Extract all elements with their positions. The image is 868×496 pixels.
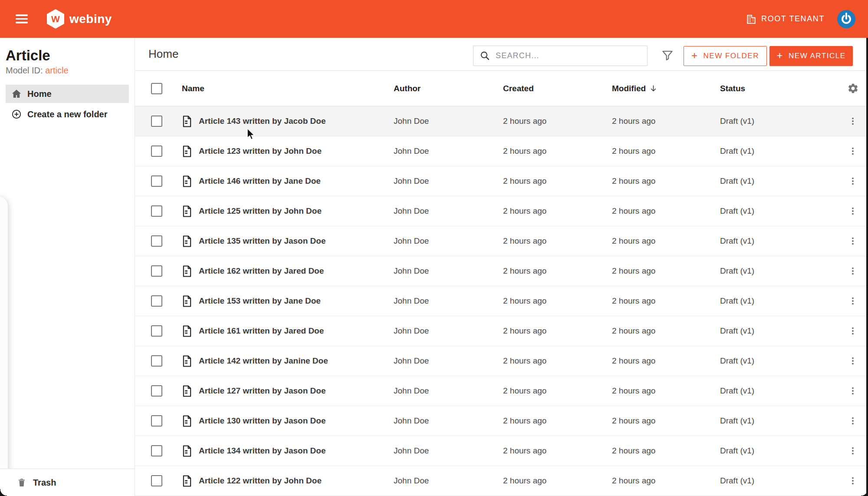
column-header-author[interactable]: Author xyxy=(394,84,503,93)
kebab-menu-icon[interactable] xyxy=(845,264,860,278)
document-icon xyxy=(182,265,192,277)
row-checkbox[interactable] xyxy=(151,385,162,397)
row-checkbox[interactable] xyxy=(151,475,162,486)
document-icon xyxy=(182,145,192,157)
user-avatar[interactable] xyxy=(837,10,856,29)
article-title[interactable]: Article 162 written by Jared Doe xyxy=(199,266,324,276)
kebab-menu-icon[interactable] xyxy=(845,354,860,368)
table-row[interactable]: Article 161 written by Jared Doe John Do… xyxy=(135,316,868,346)
kebab-menu-icon[interactable] xyxy=(845,413,860,428)
row-checkbox[interactable] xyxy=(151,205,162,217)
gear-icon[interactable] xyxy=(845,81,860,96)
article-title[interactable]: Article 127 written by Jason Doe xyxy=(199,386,326,396)
kebab-menu-icon[interactable] xyxy=(845,443,860,458)
article-title[interactable]: Article 135 written by Jason Doe xyxy=(199,236,326,246)
content-area: Home + NEW FOLDER + xyxy=(135,38,868,496)
column-header-name[interactable]: Name xyxy=(182,84,394,93)
article-title[interactable]: Article 130 written by Jason Doe xyxy=(199,416,326,426)
row-checkbox[interactable] xyxy=(151,116,162,127)
document-icon xyxy=(182,415,192,427)
author-cell: John Doe xyxy=(394,146,503,156)
modified-cell: 2 hours ago xyxy=(612,116,720,126)
modified-cell: 2 hours ago xyxy=(612,146,720,156)
document-icon xyxy=(182,235,192,247)
status-badge: Draft (v1) xyxy=(720,296,845,306)
article-title[interactable]: Article 122 written by John Doe xyxy=(199,476,322,486)
table-header: Name Author Created Modified Status xyxy=(135,71,868,106)
table-row[interactable]: Article 162 written by Jared Doe John Do… xyxy=(135,256,868,286)
model-title: Article xyxy=(6,47,135,64)
table-row[interactable]: Article 123 written by John Doe John Doe… xyxy=(135,136,868,166)
row-checkbox[interactable] xyxy=(151,295,162,307)
kebab-menu-icon[interactable] xyxy=(845,144,860,159)
tenant-selector[interactable]: ROOT TENANT xyxy=(746,13,825,25)
modified-cell: 2 hours ago xyxy=(612,266,720,276)
new-folder-button[interactable]: + NEW FOLDER xyxy=(684,46,767,66)
kebab-menu-icon[interactable] xyxy=(845,234,860,248)
sidebar-item-label: Home xyxy=(27,89,52,99)
kebab-menu-icon[interactable] xyxy=(845,174,860,188)
sidebar-item-trash[interactable]: Trash xyxy=(0,469,135,496)
article-title[interactable]: Article 142 written by Janine Doe xyxy=(199,356,328,366)
status-badge: Draft (v1) xyxy=(720,206,845,216)
table-row[interactable]: Article 127 written by Jason Doe John Do… xyxy=(135,376,868,406)
table-row[interactable]: Article 142 written by Janine Doe John D… xyxy=(135,346,868,376)
drawer-shadow xyxy=(0,196,8,481)
column-header-created[interactable]: Created xyxy=(503,84,612,93)
toolbar: Home + NEW FOLDER + xyxy=(135,38,868,71)
hamburger-menu-icon[interactable] xyxy=(16,12,28,26)
modified-cell: 2 hours ago xyxy=(612,446,720,456)
tenant-label: ROOT TENANT xyxy=(761,14,825,23)
filter-icon[interactable] xyxy=(659,47,676,64)
table-row[interactable]: Article 122 written by John Doe John Doe… xyxy=(135,466,868,496)
article-title[interactable]: Article 125 written by John Doe xyxy=(199,206,322,216)
table-row[interactable]: Article 130 written by Jason Doe John Do… xyxy=(135,406,868,436)
row-checkbox[interactable] xyxy=(151,415,162,427)
modified-cell: 2 hours ago xyxy=(612,356,720,366)
table-row[interactable]: Article 134 written by Jason Doe John Do… xyxy=(135,436,868,466)
kebab-menu-icon[interactable] xyxy=(845,473,860,488)
article-title[interactable]: Article 143 written by Jacob Doe xyxy=(199,116,326,126)
document-icon xyxy=(182,355,192,367)
row-checkbox[interactable] xyxy=(151,445,162,456)
kebab-menu-icon[interactable] xyxy=(845,324,860,338)
model-id-value[interactable]: article xyxy=(45,66,68,75)
column-header-status[interactable]: Status xyxy=(720,84,845,93)
model-id: Model ID: article xyxy=(6,66,135,76)
article-title[interactable]: Article 123 written by John Doe xyxy=(199,146,322,156)
table-row[interactable]: Article 153 written by Jane Doe John Doe… xyxy=(135,286,868,316)
article-title[interactable]: Article 146 written by Jane Doe xyxy=(199,176,321,186)
row-checkbox[interactable] xyxy=(151,235,162,247)
row-checkbox[interactable] xyxy=(151,175,162,187)
modified-cell: 2 hours ago xyxy=(612,176,720,186)
article-title[interactable]: Article 153 written by Jane Doe xyxy=(199,296,321,306)
status-badge: Draft (v1) xyxy=(720,176,845,186)
scrollbar[interactable] xyxy=(866,38,868,496)
created-cell: 2 hours ago xyxy=(503,236,612,246)
table-row[interactable]: Article 135 written by Jason Doe John Do… xyxy=(135,226,868,256)
search-input[interactable] xyxy=(496,46,647,66)
table-row[interactable]: Article 146 written by Jane Doe John Doe… xyxy=(135,166,868,196)
row-checkbox[interactable] xyxy=(151,355,162,367)
row-checkbox[interactable] xyxy=(151,325,162,337)
row-checkbox[interactable] xyxy=(151,265,162,277)
row-checkbox[interactable] xyxy=(151,145,162,157)
plus-circle-icon xyxy=(11,109,22,119)
new-article-button[interactable]: + NEW ARTICLE xyxy=(769,46,853,66)
table-row[interactable]: Article 125 written by John Doe John Doe… xyxy=(135,196,868,226)
sidebar-item-home[interactable]: Home xyxy=(6,85,129,103)
webiny-logo[interactable]: W webiny xyxy=(47,9,112,29)
column-header-modified[interactable]: Modified xyxy=(612,84,720,93)
table-body: Article 143 written by Jacob Doe John Do… xyxy=(135,106,868,496)
kebab-menu-icon[interactable] xyxy=(845,384,860,398)
article-title[interactable]: Article 161 written by Jared Doe xyxy=(199,326,324,336)
kebab-menu-icon[interactable] xyxy=(845,204,860,218)
kebab-menu-icon[interactable] xyxy=(845,294,860,308)
plus-icon: + xyxy=(777,50,784,61)
model-id-label: Model ID: xyxy=(6,66,43,75)
sidebar-item-create-folder[interactable]: Create a new folder xyxy=(6,105,129,123)
table-row[interactable]: Article 143 written by Jacob Doe John Do… xyxy=(135,106,868,136)
kebab-menu-icon[interactable] xyxy=(845,114,860,129)
select-all-checkbox[interactable] xyxy=(151,83,162,94)
article-title[interactable]: Article 134 written by Jason Doe xyxy=(199,446,326,456)
